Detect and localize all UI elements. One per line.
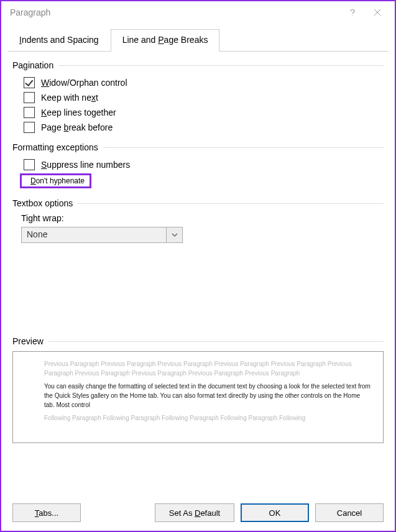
checkbox-icon <box>24 77 35 88</box>
chevron-down-icon <box>172 233 178 237</box>
checkbox-label: Widow/Orphan control <box>41 78 127 88</box>
checkbox-suppress-line-numbers[interactable]: Suppress line numbers <box>12 157 384 172</box>
dropdown-button[interactable] <box>167 227 183 243</box>
checkbox-widow-orphan[interactable]: Widow/Orphan control <box>12 75 384 90</box>
tight-wrap-value: None <box>21 227 167 243</box>
close-icon <box>374 9 381 16</box>
cancel-button[interactable]: Cancel <box>315 503 384 522</box>
preview-following: Following Paragraph Following Paragraph … <box>44 413 372 423</box>
close-button[interactable] <box>365 4 390 21</box>
tabs-button[interactable]: Tabs... <box>12 503 81 522</box>
help-icon <box>348 8 357 17</box>
help-button[interactable] <box>340 4 365 21</box>
tight-wrap-label: Tight wrap: <box>21 213 384 223</box>
preview-body: You can easily change the formatting of … <box>44 382 372 410</box>
tab-strip: Indents and Spacing Line and Page Breaks <box>7 29 389 52</box>
checkbox-label: Keep with next <box>41 93 98 103</box>
ok-button[interactable]: OK <box>241 503 309 522</box>
tab-indents-spacing[interactable]: Indents and Spacing <box>7 29 111 52</box>
checkbox-keep-with-next[interactable]: Keep with next <box>12 90 384 105</box>
formatting-header: Formatting exceptions <box>12 142 98 152</box>
checkbox-icon <box>24 107 35 118</box>
pagination-header: Pagination <box>12 60 53 70</box>
checkbox-label: Don't hyphenate <box>30 177 85 185</box>
checkbox-icon <box>24 92 35 103</box>
checkbox-dont-hyphenate[interactable]: Don't hyphenate <box>20 173 91 188</box>
preview-header: Preview <box>12 336 44 346</box>
checkbox-icon <box>24 122 35 133</box>
tab-line-page-breaks[interactable]: Line and Page Breaks <box>111 29 220 52</box>
checkbox-label: Suppress line numbers <box>41 160 130 170</box>
preview-box: Previous Paragraph Previous Paragraph Pr… <box>12 351 384 443</box>
svg-point-0 <box>352 15 352 16</box>
checkbox-label: Page break before <box>41 122 113 132</box>
textbox-header: Textbox options <box>12 198 73 208</box>
checkbox-icon <box>24 159 35 170</box>
checkbox-keep-lines-together[interactable]: Keep lines together <box>12 105 384 120</box>
checkbox-page-break-before[interactable]: Page break before <box>12 120 384 135</box>
preview-previous: Previous Paragraph Previous Paragraph Pr… <box>44 359 372 378</box>
window-title: Paragraph <box>10 7 50 17</box>
checkbox-label: Keep lines together <box>41 108 116 117</box>
tight-wrap-select[interactable]: None <box>21 227 183 243</box>
set-default-button[interactable]: Set As Default <box>155 503 234 522</box>
